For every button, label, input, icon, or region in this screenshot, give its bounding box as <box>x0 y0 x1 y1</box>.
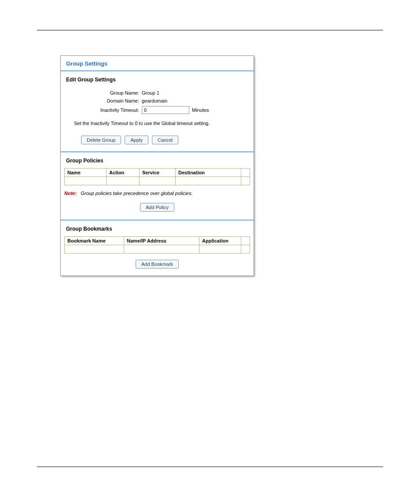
group-name-label: Group Name: <box>61 90 142 96</box>
policies-note: Note: Group policies take precedence ove… <box>61 185 254 196</box>
table-header-row: Name Action Service Destination <box>65 169 250 177</box>
cell-empty <box>124 245 199 254</box>
cell-empty <box>241 177 250 185</box>
note-label: Note: <box>64 191 77 196</box>
bookmarks-section-title: Group Bookmarks <box>61 221 254 235</box>
cell-empty <box>176 177 241 185</box>
col-service: Service <box>140 169 176 177</box>
col-bookmark-name: Bookmark Name <box>65 237 124 245</box>
col-destination: Destination <box>176 169 241 177</box>
cell-empty <box>65 177 107 185</box>
col-application: Application <box>199 237 241 245</box>
bookmarks-table: Bookmark Name Name/IP Address Applicatio… <box>64 236 250 254</box>
inactivity-help: Set the Inactivity Timeout to 0 to use t… <box>61 115 254 127</box>
policies-section-title: Group Policies <box>61 152 254 167</box>
table-row <box>65 245 250 254</box>
top-divider <box>37 30 383 30</box>
add-bookmark-button[interactable]: Add Bookmark <box>136 260 179 269</box>
inactivity-unit: Minutes <box>192 107 209 113</box>
edit-section-title: Edit Group Settings <box>61 71 254 86</box>
bottom-divider <box>37 467 383 467</box>
note-text: Group policies take precedence over glob… <box>81 191 192 196</box>
table-row <box>65 177 250 185</box>
cancel-button[interactable]: Cancel <box>152 136 178 144</box>
cell-empty <box>199 245 241 254</box>
domain-name-row: Domain Name: geardomain <box>61 97 254 105</box>
domain-name-value: geardomain <box>142 98 254 103</box>
domain-name-label: Domain Name: <box>61 98 142 103</box>
cell-empty <box>241 245 250 254</box>
policies-table: Name Action Service Destination <box>64 168 250 185</box>
add-policy-button[interactable]: Add Policy <box>140 203 174 212</box>
inactivity-row: Inactivity Timeout: Minutes <box>61 105 254 115</box>
cell-empty <box>65 245 124 254</box>
table-header-row: Bookmark Name Name/IP Address Applicatio… <box>65 237 250 245</box>
cell-empty <box>107 177 140 185</box>
inactivity-input[interactable] <box>142 106 189 114</box>
col-action: Action <box>107 169 140 177</box>
delete-group-button[interactable]: Delete Group <box>81 136 121 144</box>
panel-title: Group Settings <box>61 56 254 70</box>
group-settings-panel: Group Settings Edit Group Settings Group… <box>60 55 254 276</box>
col-actions <box>241 237 250 245</box>
apply-button[interactable]: Apply <box>125 136 148 144</box>
group-name-value: Group 1 <box>142 90 254 96</box>
group-name-row: Group Name: Group 1 <box>61 89 254 97</box>
col-name-ip: Name/IP Address <box>124 237 199 245</box>
col-name: Name <box>65 169 107 177</box>
col-actions <box>241 169 250 177</box>
cell-empty <box>140 177 176 185</box>
edit-buttons: Delete Group Apply Cancel <box>61 127 254 151</box>
edit-form: Group Name: Group 1 Domain Name: geardom… <box>61 86 254 115</box>
inactivity-label: Inactivity Timeout: <box>61 107 142 113</box>
